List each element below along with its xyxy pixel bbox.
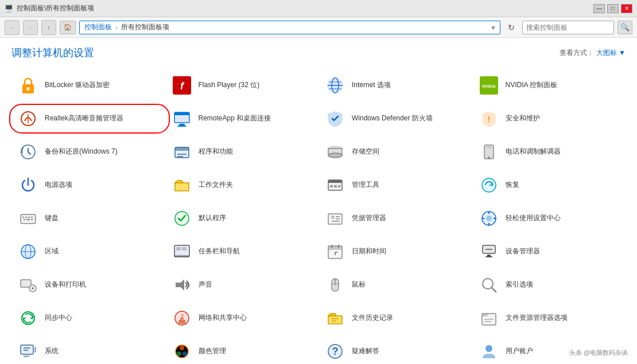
control-item-datetime[interactable]: 日期和时间 (318, 236, 472, 267)
svg-point-50 (486, 216, 492, 221)
control-item-easy[interactable]: 轻松使用设置中心 (472, 203, 626, 234)
label-internet: Internet 选项 (352, 81, 391, 90)
control-item-nvidia[interactable]: NVIDIANVIDIA 控制面板 (472, 70, 626, 101)
dropdown-arrow[interactable]: ▾ (491, 23, 495, 32)
control-item-default[interactable]: 默认程序 (165, 203, 319, 234)
refresh-button[interactable]: ↻ (504, 20, 519, 35)
label-power: 电源选项 (45, 181, 72, 190)
icon-remoteapp (171, 108, 193, 130)
control-item-voucher[interactable]: 凭据管理器 (318, 203, 472, 234)
control-item-color[interactable]: 颜色管理 (165, 336, 319, 364)
label-datetime: 日期和时间 (352, 247, 386, 256)
label-fileexplorer: 文件资源管理器选项 (506, 314, 568, 323)
control-item-system[interactable]: 系统 (11, 336, 165, 364)
svg-text:?: ? (332, 346, 339, 357)
title-bar-icon: 🖥️ (5, 5, 13, 13)
control-item-region[interactable]: 区域 (11, 236, 165, 267)
page-header: 调整计算机的设置 查看方式： 大图标 ▼ (11, 46, 626, 60)
control-item-workfolder[interactable]: 工作文件夹 (165, 170, 319, 201)
svg-rect-61 (182, 247, 187, 251)
main-content: 调整计算机的设置 查看方式： 大图标 ▼ BitLocker 驱动器加密fFla… (0, 38, 637, 364)
icon-recover (478, 174, 500, 196)
label-bitlocker: BitLocker 驱动器加密 (45, 81, 110, 90)
control-item-realtek[interactable]: Realtek高清晰音频管理器 (11, 103, 165, 134)
svg-rect-96 (24, 355, 29, 357)
icon-system (17, 340, 39, 362)
items-grid: BitLocker 驱动器加密fFlash Player (32 位)Inter… (11, 70, 626, 364)
breadcrumb-current: 所有控制面板项 (121, 22, 169, 32)
icon-tools (324, 174, 346, 196)
control-item-taskbar[interactable]: 任务栏和导航 (165, 236, 319, 267)
control-item-sync[interactable]: 同步中心 (11, 303, 165, 334)
search-button[interactable]: 🔍 (617, 21, 632, 34)
control-item-tools[interactable]: 管理工具 (318, 170, 472, 201)
icon-security: ! (478, 108, 500, 130)
back-button[interactable]: ‹ (5, 20, 20, 35)
label-flash: Flash Player (32 位) (199, 81, 260, 90)
svg-point-99 (182, 351, 187, 356)
close-button[interactable]: ✕ (621, 4, 632, 13)
icon-realtek (17, 108, 39, 130)
minimize-button[interactable]: — (593, 4, 605, 13)
control-item-keyboard[interactable]: 键盘 (11, 203, 165, 234)
control-item-bitlocker[interactable]: BitLocker 驱动器加密 (11, 70, 165, 101)
address-bar: ‹ › ↑ 🏠 控制面板 › 所有控制面板项 ▾ ↻ 🔍 (0, 17, 637, 38)
maximize-button[interactable]: □ (607, 4, 619, 13)
search-input[interactable] (522, 21, 614, 34)
svg-rect-16 (177, 126, 187, 127)
page-title: 调整计算机的设置 (11, 46, 94, 60)
svg-point-74 (32, 287, 34, 289)
up-button[interactable]: ↑ (41, 20, 56, 35)
label-defender: Windows Defender 防火墙 (352, 114, 433, 123)
label-security: 安全和维护 (506, 114, 540, 123)
control-item-troubleshoot[interactable]: ?疑难解答 (318, 336, 472, 364)
control-item-sound[interactable]: 声音 (165, 269, 319, 300)
label-sync: 同步中心 (45, 314, 72, 323)
svg-rect-59 (174, 255, 189, 257)
icon-region (17, 241, 39, 263)
control-item-security[interactable]: !安全和维护 (472, 103, 626, 134)
icon-keyboard (17, 208, 39, 229)
svg-rect-69 (487, 255, 491, 256)
svg-rect-1 (26, 87, 30, 91)
svg-rect-37 (25, 217, 27, 218)
control-item-internet[interactable]: Internet 选项 (318, 70, 472, 101)
view-value[interactable]: 大图标 ▼ (596, 48, 626, 58)
icon-device-mgr (478, 241, 500, 263)
svg-point-34 (482, 178, 496, 192)
control-item-index[interactable]: 索引选项 (472, 269, 626, 300)
icon-sync (17, 307, 39, 329)
icon-index (478, 274, 500, 296)
label-region: 区域 (45, 247, 59, 256)
label-keyboard: 键盘 (45, 214, 59, 223)
icon-easy (478, 208, 500, 229)
forward-button[interactable]: › (23, 20, 38, 35)
label-remoteapp: RemoteApp 和桌面连接 (199, 114, 271, 123)
control-item-phone[interactable]: 电话和调制解调器 (472, 136, 626, 167)
control-item-defender[interactable]: Windows Defender 防火墙 (318, 103, 472, 134)
control-item-power[interactable]: 电源选项 (11, 170, 165, 201)
control-item-programs[interactable]: 程序和功能 (165, 136, 319, 167)
icon-devices (17, 274, 39, 296)
breadcrumb-home[interactable]: 控制面板 (84, 22, 112, 32)
control-item-backup[interactable]: 备份和还原(Windows 7) (11, 136, 165, 167)
control-item-mouse[interactable]: 鼠标 (318, 269, 472, 300)
control-item-storage[interactable]: 存储空间 (318, 136, 472, 167)
icon-nvidia: NVIDIA (478, 75, 500, 96)
control-item-recover[interactable]: 恢复 (472, 170, 626, 201)
svg-rect-39 (31, 217, 33, 218)
label-default: 默认程序 (199, 214, 226, 223)
control-item-filehistory[interactable]: 文件历史记录 (318, 303, 472, 334)
label-backup: 备份和还原(Windows 7) (45, 147, 118, 156)
control-item-flash[interactable]: fFlash Player (32 位) (165, 70, 319, 101)
control-item-devices[interactable]: 设备和打印机 (11, 269, 165, 300)
control-item-device-mgr[interactable]: 设备管理器 (472, 236, 626, 267)
control-item-network[interactable]: 网络和共享中心 (165, 303, 319, 334)
control-item-remoteapp[interactable]: RemoteApp 和桌面连接 (165, 103, 319, 134)
address-field[interactable]: 控制面板 › 所有控制面板项 ▾ (79, 21, 500, 34)
home-icon[interactable]: 🏠 (60, 21, 76, 34)
control-item-fileexplorer[interactable]: 文件资源管理器选项 (472, 303, 626, 334)
label-nvidia: NVIDIA 控制面板 (506, 81, 558, 90)
label-system: 系统 (45, 347, 59, 356)
title-bar-text: 控制面板\所有控制面板项 (17, 3, 593, 13)
